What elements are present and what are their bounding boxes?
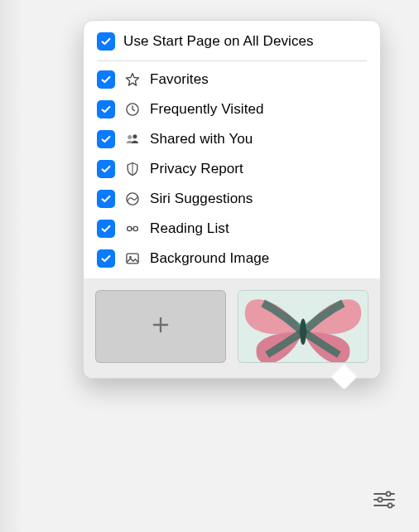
option-label: Siri Suggestions: [150, 191, 367, 207]
shield-icon: [123, 160, 142, 178]
option-frequently-visited[interactable]: Frequently Visited: [84, 94, 380, 124]
option-reading-list[interactable]: Reading List: [84, 214, 380, 244]
svg-rect-6: [127, 254, 138, 264]
background-preset-butterfly[interactable]: [238, 290, 368, 363]
svg-point-15: [388, 503, 392, 507]
people-icon: [123, 130, 142, 148]
glasses-icon: [123, 220, 142, 238]
option-label: Use Start Page on All Devices: [123, 33, 367, 50]
option-shared-with-you[interactable]: Shared with You: [84, 124, 380, 154]
siri-icon: [123, 190, 142, 208]
option-label: Frequently Visited: [150, 101, 367, 118]
plus-icon: [149, 313, 172, 341]
svg-point-14: [378, 497, 382, 501]
svg-point-5: [133, 226, 137, 230]
svg-point-13: [386, 491, 390, 496]
checkbox[interactable]: [97, 220, 115, 238]
svg-point-7: [129, 256, 132, 259]
image-icon: [123, 249, 142, 268]
option-label: Shared with You: [150, 131, 367, 148]
option-label: Background Image: [150, 250, 367, 267]
svg-point-1: [128, 135, 132, 139]
option-siri-suggestions[interactable]: Siri Suggestions: [84, 184, 380, 214]
customize-start-page-button[interactable]: [369, 487, 399, 512]
add-background-button[interactable]: [95, 290, 226, 363]
option-sync-start-page[interactable]: Use Start Page on All Devices: [84, 26, 380, 60]
checkbox[interactable]: [97, 130, 115, 148]
checkbox[interactable]: [97, 160, 115, 178]
checkbox[interactable]: [97, 100, 115, 118]
svg-point-9: [300, 319, 306, 346]
divider: [97, 60, 367, 61]
background-thumbnails: [84, 278, 380, 378]
svg-point-2: [132, 134, 137, 138]
checkbox[interactable]: [97, 32, 115, 51]
start-page-settings-popover: Use Start Page on All Devices Favorites …: [83, 20, 381, 379]
star-icon: [123, 70, 142, 89]
option-label: Privacy Report: [150, 161, 367, 177]
checkbox[interactable]: [97, 70, 115, 89]
option-label: Reading List: [150, 220, 367, 237]
clock-icon: [123, 100, 142, 118]
svg-point-4: [128, 226, 132, 230]
butterfly-art: [238, 291, 368, 363]
option-background-image[interactable]: Background Image: [84, 244, 380, 273]
option-label: Favorites: [150, 71, 367, 88]
option-privacy-report[interactable]: Privacy Report: [84, 154, 380, 184]
option-favorites[interactable]: Favorites: [84, 65, 380, 94]
checkbox[interactable]: [97, 190, 115, 208]
checkbox[interactable]: [97, 249, 115, 268]
